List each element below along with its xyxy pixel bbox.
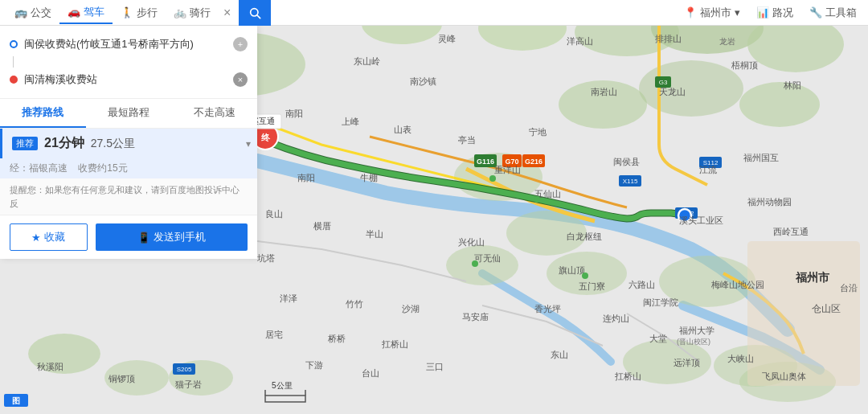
svg-text:亭当: 亭当	[458, 135, 476, 145]
svg-text:G3: G3	[659, 79, 668, 86]
svg-text:林阳: 林阳	[783, 80, 801, 90]
car-icon: 🚗	[68, 6, 80, 18]
tab-drive[interactable]: 🚗 驾车	[59, 2, 113, 24]
svg-text:图: 图	[12, 396, 20, 405]
tab-walk-label: 步行	[137, 6, 158, 20]
tab-bike[interactable]: 🚲 骑行	[166, 2, 219, 23]
svg-text:竹竹: 竹竹	[346, 299, 363, 309]
svg-text:东山岭: 东山岭	[354, 56, 380, 66]
tab-bus-label: 公交	[31, 6, 51, 20]
traffic-label: 路况	[772, 6, 793, 20]
star-icon: ★	[31, 232, 41, 244]
traffic-icon: 📊	[756, 6, 769, 18]
svg-text:闽江学院: 闽江学院	[643, 297, 678, 307]
svg-text:排排山: 排排山	[655, 34, 682, 43]
svg-text:灵峰: 灵峰	[438, 34, 456, 43]
svg-text:可无仙: 可无仙	[474, 253, 501, 263]
svg-text:福州动物园: 福州动物园	[747, 197, 792, 207]
tab-bus[interactable]: 🚌 公交	[6, 2, 59, 23]
svg-text:三口: 三口	[426, 362, 444, 371]
route-result-header[interactable]: 推荐 21分钟 27.5公里 ▾	[0, 129, 257, 158]
svg-text:飞凤山奥体: 飞凤山奥体	[762, 371, 806, 381]
svg-text:牛棚: 牛棚	[360, 173, 378, 182]
svg-text:仓山区: 仓山区	[812, 303, 841, 314]
svg-text:猫子岩: 猫子岩	[175, 379, 202, 389]
route-dropdown-button[interactable]: ▾	[246, 138, 251, 150]
svg-text:居宅: 居宅	[265, 330, 283, 339]
to-clear-button[interactable]: ×	[233, 72, 248, 87]
svg-text:龙岩: 龙岩	[719, 37, 735, 46]
route-actions: ★ 收藏 📱 发送到手机	[0, 215, 257, 259]
svg-text:福州市: 福州市	[795, 271, 830, 284]
svg-text:秋溪阳: 秋溪阳	[37, 362, 63, 371]
from-input[interactable]: 闽侯收费站(竹岐互通1号桥南平方向)	[24, 37, 227, 51]
svg-text:溪头工业区: 溪头工业区	[679, 215, 723, 225]
svg-text:终: 终	[260, 133, 271, 142]
from-add-button[interactable]: +	[233, 37, 248, 51]
city-label: 福州市	[700, 6, 731, 20]
svg-text:台沿: 台沿	[840, 283, 858, 293]
svg-text:江流: 江流	[699, 165, 717, 174]
svg-point-10	[739, 82, 820, 127]
svg-text:连灼山: 连灼山	[603, 314, 629, 323]
svg-text:扛桥山: 扛桥山	[381, 339, 408, 349]
svg-rect-22	[747, 241, 860, 386]
svg-text:上峰: 上峰	[342, 117, 359, 126]
collect-label: 收藏	[44, 230, 65, 244]
svg-text:马安庙: 马安庙	[462, 312, 489, 322]
svg-text:南岩山: 南岩山	[591, 87, 617, 96]
tab-drive-label: 驾车	[84, 5, 104, 19]
tab-shortest[interactable]: 最短路程	[86, 99, 172, 128]
svg-point-133	[472, 260, 478, 267]
route-via: 经：福银高速	[10, 162, 68, 174]
svg-text:东山: 东山	[551, 350, 568, 359]
top-navigation: 🚌 公交 🚗 驾车 🚶 步行 🚲 骑行 × 📍 福州市 ▾ 📊 路况 🔧	[0, 0, 868, 26]
svg-text:梧桐顶: 梧桐顶	[731, 60, 758, 70]
tab-walk[interactable]: 🚶 步行	[113, 2, 166, 23]
tab-no-highway[interactable]: 不走高速	[171, 99, 257, 128]
svg-text:山表: 山表	[394, 125, 411, 134]
svg-text:六路山: 六路山	[628, 280, 655, 289]
svg-text:兴化山: 兴化山	[458, 237, 485, 247]
svg-text:G116: G116	[477, 158, 494, 166]
route-detail: 经：福银高速 收费约15元	[0, 158, 257, 178]
search-button[interactable]	[239, 0, 271, 26]
svg-text:南阳: 南阳	[297, 173, 315, 182]
svg-text:桥桥: 桥桥	[327, 334, 346, 343]
svg-text:扛桥山: 扛桥山	[614, 371, 641, 381]
from-dot	[10, 40, 18, 48]
route-results: 推荐 21分钟 27.5公里 ▾ 经：福银高速 收费约15元 提醒您：如果您有任…	[0, 129, 257, 259]
svg-text:香光坪: 香光坪	[534, 304, 561, 314]
traffic-button[interactable]: 📊 路况	[751, 4, 798, 22]
svg-text:5公里: 5公里	[272, 381, 293, 390]
route-time: 21分钟	[44, 135, 84, 152]
svg-text:南沙镇: 南沙镇	[410, 76, 436, 86]
to-input[interactable]: 闽清梅溪收费站	[24, 72, 227, 87]
svg-text:大峡山: 大峡山	[727, 354, 754, 363]
svg-text:G216: G216	[525, 158, 542, 166]
send-label: 发送到手机	[154, 230, 206, 244]
tab-recommended[interactable]: 推荐路线	[0, 99, 86, 128]
tools-button[interactable]: 🔧 工具箱	[805, 4, 862, 22]
svg-text:铜锣顶: 铜锣顶	[108, 374, 135, 383]
dropdown-icon: ▾	[735, 6, 740, 18]
tools-label: 工具箱	[825, 6, 857, 20]
svg-point-9	[639, 60, 743, 117]
svg-text:远洋顶: 远洋顶	[674, 358, 700, 367]
walk-icon: 🚶	[121, 6, 133, 18]
close-nav-button[interactable]: ×	[219, 6, 235, 20]
svg-text:洋高山: 洋高山	[567, 36, 593, 46]
send-to-phone-button[interactable]: 📱 发送到手机	[96, 223, 248, 251]
collect-button[interactable]: ★ 收藏	[10, 223, 88, 251]
svg-text:大堂: 大堂	[649, 334, 667, 343]
svg-text:S205: S205	[177, 366, 192, 373]
svg-point-132	[534, 196, 540, 203]
svg-text:福州大学: 福州大学	[679, 326, 714, 335]
city-selector[interactable]: 📍 福州市 ▾	[679, 4, 745, 22]
svg-text:X115: X115	[623, 178, 638, 185]
svg-text:宁地: 宁地	[529, 127, 547, 137]
notice-text: 提醒您：如果您有任何意见和建议，请到百度地图投诉中心反	[10, 185, 240, 208]
svg-text:(晋山校区): (晋山校区)	[677, 338, 710, 346]
svg-text:天龙山: 天龙山	[659, 87, 686, 96]
svg-text:五门寮: 五门寮	[579, 281, 605, 291]
